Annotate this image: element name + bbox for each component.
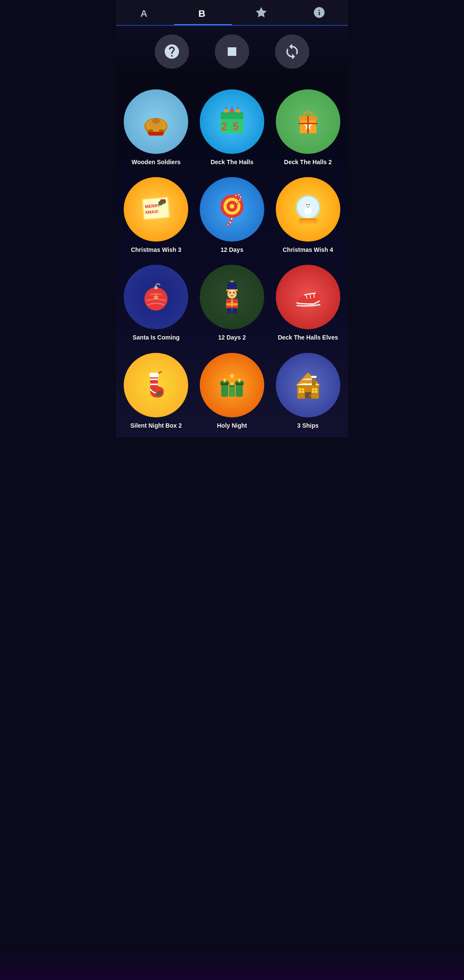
- item-christmas-wish-3[interactable]: MERRY XMAS! Christmas Wish 3: [120, 174, 192, 257]
- svg-text:A: A: [140, 8, 147, 19]
- stop-button[interactable]: [215, 34, 249, 69]
- svg-rect-80: [229, 386, 235, 396]
- tab-a[interactable]: A: [116, 0, 174, 25]
- svg-point-60: [231, 281, 233, 283]
- svg-text:2: 2: [221, 120, 227, 132]
- svg-rect-64: [150, 373, 159, 377]
- svg-marker-79: [229, 373, 235, 379]
- svg-point-56: [231, 301, 233, 303]
- svg-point-35: [230, 204, 235, 209]
- svg-point-67: [158, 391, 160, 393]
- svg-rect-57: [227, 308, 231, 314]
- svg-rect-47: [227, 282, 237, 290]
- svg-point-14: [224, 109, 228, 113]
- svg-point-88: [309, 395, 311, 396]
- svg-point-15: [230, 109, 234, 113]
- svg-point-50: [229, 292, 231, 294]
- svg-point-8: [152, 118, 160, 124]
- svg-text:B: B: [198, 8, 205, 19]
- item-grid: Wooden Soldiers 2 5 Deck The Halls: [116, 82, 348, 437]
- tab-favorites[interactable]: [232, 0, 290, 25]
- item-3-ships-label: 3 Ships: [297, 422, 319, 429]
- svg-point-83: [231, 382, 233, 385]
- svg-point-31: [163, 199, 165, 202]
- controls-row: [116, 26, 348, 82]
- svg-rect-58: [233, 308, 237, 314]
- fog-overlay: [116, 946, 348, 980]
- svg-rect-74: [236, 383, 243, 397]
- item-12-days-2[interactable]: 12 Days 2: [196, 261, 268, 345]
- tab-info[interactable]: [290, 0, 348, 25]
- svg-point-40: [306, 204, 308, 205]
- item-christmas-wish-3-label: Christmas Wish 3: [131, 246, 181, 254]
- item-christmas-wish-4[interactable]: Christmas Wish 4: [272, 174, 344, 257]
- svg-rect-54: [231, 303, 233, 306]
- item-deck-the-halls-2[interactable]: Deck The Halls 2: [272, 86, 344, 169]
- svg-rect-95: [312, 377, 316, 385]
- item-wooden-soldiers-label: Wooden Soldiers: [131, 158, 180, 166]
- svg-point-78: [238, 378, 240, 382]
- svg-point-68: [160, 391, 162, 393]
- svg-point-16: [236, 109, 240, 113]
- item-holy-night[interactable]: Holy Night: [196, 349, 268, 433]
- svg-rect-69: [221, 383, 228, 397]
- item-santa-is-coming[interactable]: Santa Is Coming: [120, 261, 192, 345]
- help-button[interactable]: [155, 34, 189, 69]
- item-12-days-label: 12 Days: [221, 246, 244, 254]
- top-navigation: A B: [116, 0, 348, 26]
- item-wooden-soldiers[interactable]: Wooden Soldiers: [120, 86, 192, 169]
- item-12-days[interactable]: 12 Days: [196, 174, 268, 257]
- tab-b[interactable]: B: [174, 0, 232, 25]
- item-silent-night-box-2[interactable]: Silent Night Box 2: [120, 349, 192, 433]
- item-deck-the-halls-elves[interactable]: Deck The Halls Elves: [272, 261, 344, 345]
- item-deck-the-halls-2-label: Deck The Halls 2: [284, 158, 332, 166]
- svg-point-51: [233, 292, 235, 294]
- item-christmas-wish-4-label: Christmas Wish 4: [283, 246, 333, 254]
- item-santa-is-coming-label: Santa Is Coming: [132, 334, 180, 341]
- svg-point-38: [304, 208, 312, 215]
- svg-text:5: 5: [233, 120, 239, 132]
- item-holy-night-label: Holy Night: [217, 422, 247, 429]
- svg-line-63: [314, 294, 314, 298]
- refresh-button[interactable]: [275, 34, 309, 69]
- item-deck-the-halls[interactable]: 2 5 Deck The Halls: [196, 86, 268, 169]
- item-deck-the-halls-label: Deck The Halls: [211, 158, 253, 166]
- item-silent-night-box-2-label: Silent Night Box 2: [130, 422, 182, 429]
- svg-rect-45: [155, 286, 158, 289]
- item-12-days-2-label: 12 Days 2: [218, 334, 246, 341]
- svg-point-49: [227, 289, 237, 299]
- svg-rect-7: [148, 132, 164, 135]
- svg-point-39: [305, 203, 311, 208]
- svg-rect-43: [299, 218, 317, 220]
- svg-point-55: [231, 300, 233, 301]
- svg-point-30: [160, 199, 163, 202]
- svg-point-41: [308, 204, 310, 205]
- svg-rect-96: [311, 376, 317, 378]
- svg-point-73: [223, 378, 226, 382]
- item-deck-the-halls-elves-label: Deck The Halls Elves: [278, 334, 338, 341]
- item-3-ships[interactable]: 3 Ships: [272, 349, 344, 433]
- svg-rect-11: [220, 116, 244, 119]
